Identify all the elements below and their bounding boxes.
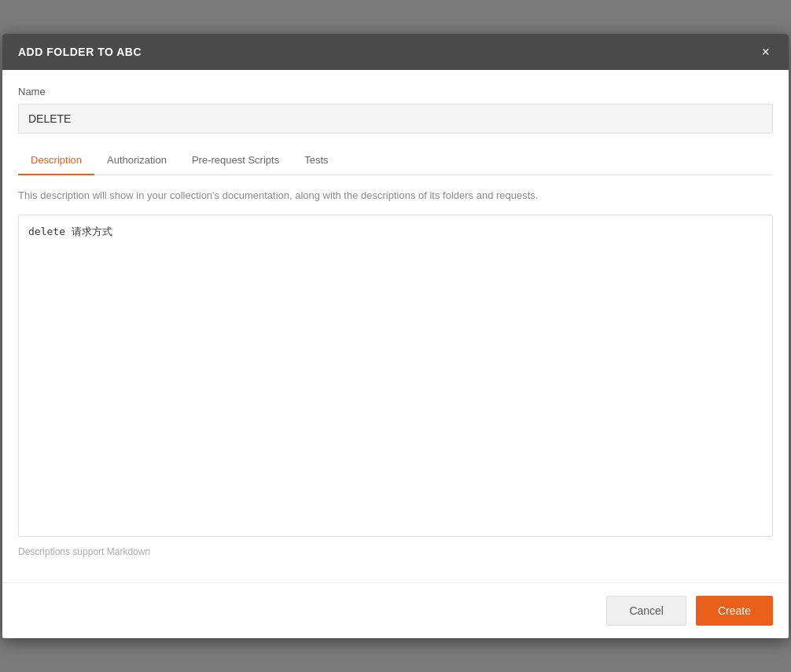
- close-button[interactable]: ×: [758, 45, 773, 59]
- tab-authorization[interactable]: Authorization: [94, 146, 179, 175]
- tabs-container: Description Authorization Pre-request Sc…: [18, 146, 773, 175]
- modal-body: Name Description Authorization Pre-reque…: [2, 70, 789, 582]
- tab-description[interactable]: Description: [18, 146, 94, 175]
- tab-content-description: This description will show in your colle…: [18, 175, 773, 582]
- description-textarea[interactable]: delete 请求方式: [18, 215, 773, 537]
- markdown-hint: Descriptions support Markdown: [18, 546, 773, 570]
- modal-footer: Cancel Create: [2, 582, 789, 638]
- modal-dialog: ADD FOLDER TO ABC × Name Description Aut…: [2, 34, 789, 638]
- modal-overlay: ADD FOLDER TO ABC × Name Description Aut…: [0, 0, 791, 672]
- name-label: Name: [18, 86, 773, 97]
- tab-pre-request-scripts[interactable]: Pre-request Scripts: [179, 146, 292, 175]
- name-input[interactable]: [18, 104, 773, 134]
- tab-tests[interactable]: Tests: [292, 146, 340, 175]
- cancel-button[interactable]: Cancel: [606, 596, 686, 626]
- modal-title: ADD FOLDER TO ABC: [18, 46, 142, 58]
- modal-header: ADD FOLDER TO ABC ×: [2, 34, 789, 70]
- description-hint: This description will show in your colle…: [18, 188, 773, 204]
- create-button[interactable]: Create: [696, 596, 773, 626]
